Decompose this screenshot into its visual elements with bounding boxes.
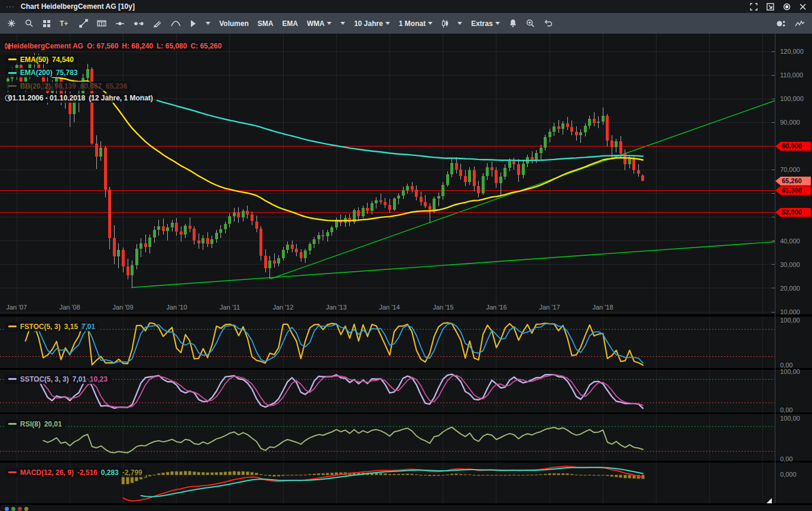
- extras-dropdown-icon[interactable]: [495, 22, 500, 25]
- fstoc-value-1: 3,15: [64, 323, 77, 331]
- pane-separator[interactable]: [0, 412, 812, 414]
- wma-dropdown-icon[interactable]: [327, 22, 332, 25]
- sstoc-swatch: [8, 378, 17, 380]
- chart-type-button[interactable]: [441, 19, 449, 28]
- record-icon[interactable]: [783, 3, 791, 11]
- window-title: Chart HeidelbergCement AG [10y]: [21, 2, 135, 11]
- macd-value-3: -2,799: [122, 468, 142, 477]
- indicator-list-icon[interactable]: [795, 20, 805, 27]
- pointer-tool-icon[interactable]: [190, 19, 197, 28]
- volumen-button[interactable]: Volumen: [219, 19, 249, 28]
- ema50-legend-name[interactable]: EMA(50): [20, 56, 48, 64]
- pane-separator[interactable]: [0, 461, 812, 463]
- y-axis-label: 70,000: [780, 166, 811, 173]
- sstoc-value-2: 10,23: [90, 375, 108, 383]
- page-dot[interactable]: [24, 507, 28, 511]
- chart-window: ··· Chart HeidelbergCement AG [10y]: [0, 0, 812, 511]
- ema200-legend-swatch: [8, 72, 17, 74]
- objects-icon[interactable]: [776, 19, 786, 28]
- ema50-legend-swatch: [8, 58, 17, 60]
- indicator-axis-label: 100,00: [780, 415, 811, 422]
- interval-select[interactable]: 1 Monat: [399, 19, 433, 28]
- y-axis-label: 40,000: [780, 237, 811, 245]
- trendlines[interactable]: [131, 100, 775, 287]
- macd-signal-line: [141, 467, 643, 496]
- timeframe-dropdown-icon[interactable]: [385, 22, 390, 25]
- sstoc-panel[interactable]: [0, 370, 775, 412]
- settings-icon[interactable]: [7, 19, 16, 28]
- ema200-legend-name[interactable]: EMA(200): [20, 69, 53, 77]
- bb-legend-name[interactable]: BB(20, 2): [20, 82, 51, 90]
- ema-button[interactable]: EMA: [282, 19, 298, 28]
- search-icon[interactable]: [25, 19, 34, 28]
- rsi-line: [43, 427, 643, 453]
- page-dots: [5, 507, 28, 511]
- bb-legend-swatch: [8, 85, 17, 87]
- macd-name[interactable]: MACD(12, 26, 9): [20, 468, 74, 477]
- timeframe-select[interactable]: 10 Jahre: [354, 19, 390, 28]
- fstoc-value-2: 7,01: [82, 323, 95, 331]
- extras-button[interactable]: Extras: [471, 19, 500, 28]
- pane-separator[interactable]: [0, 314, 812, 317]
- undo-icon[interactable]: [544, 19, 553, 27]
- fstoc-name[interactable]: FSTOC(5, 3): [20, 323, 60, 331]
- window-titlebar: ··· Chart HeidelbergCement AG [10y]: [0, 0, 812, 13]
- indicator-dropdown-icon[interactable]: [340, 22, 345, 25]
- horizontal-line-tool-icon[interactable]: [115, 21, 125, 27]
- extras-label: Extras: [471, 19, 493, 28]
- page-dot[interactable]: [11, 507, 15, 511]
- timeframe-label: 10 Jahre: [354, 19, 383, 28]
- window-menu-icon[interactable]: ···: [6, 2, 15, 11]
- measure-tool-icon[interactable]: [134, 21, 144, 27]
- interval-dropdown-icon[interactable]: [428, 22, 433, 25]
- instrument-name[interactable]: HeidelbergCement AG: [8, 42, 83, 50]
- macd-value-1: -2,516: [77, 468, 98, 477]
- sstoc-k-line: [34, 375, 643, 409]
- indicator-axis-label: 100,00: [780, 317, 811, 324]
- price-level-tag[interactable]: 80,000: [775, 142, 811, 151]
- pane-separator[interactable]: [0, 368, 812, 370]
- sstoc-name[interactable]: SSTOC(5, 3, 3): [20, 375, 69, 383]
- bb-legend-values: 96,139 80,687 65,236: [54, 82, 127, 90]
- chart-toolbar: T+ Volumen SMA EMA WMA: [0, 13, 812, 34]
- pop-in-icon[interactable]: [766, 3, 774, 11]
- chart-type-dropdown-icon[interactable]: [457, 22, 462, 25]
- fibonacci-tool-icon[interactable]: [97, 19, 106, 28]
- text-tool-icon[interactable]: T+: [60, 19, 70, 28]
- price-level-tag[interactable]: 52,000: [775, 208, 811, 217]
- close-icon[interactable]: [800, 4, 806, 10]
- price-level-tag[interactable]: 61,300: [775, 186, 811, 195]
- rsi-panel[interactable]: [0, 414, 775, 461]
- last-price-tag: 65,260: [775, 177, 811, 185]
- price-axis[interactable]: [775, 34, 775, 503]
- layout-grid-icon[interactable]: [43, 19, 51, 28]
- indicator-axis-label: 0,000: [780, 471, 811, 478]
- page-dot[interactable]: [5, 507, 9, 511]
- brush-tool-icon[interactable]: [153, 19, 162, 28]
- fullscreen-icon[interactable]: [750, 3, 758, 11]
- y-axis-label: 90,000: [780, 119, 811, 126]
- fstoc-swatch: [8, 326, 17, 327]
- candlestick-legend-icon: [5, 42, 11, 50]
- y-axis-label: 110,000: [780, 71, 811, 79]
- fstoc-panel[interactable]: [0, 317, 775, 368]
- svg-text:T+: T+: [60, 19, 68, 28]
- wma-label: WMA: [307, 19, 324, 28]
- trendline-tool-icon[interactable]: [79, 19, 88, 28]
- resize-handle[interactable]: [766, 498, 772, 503]
- chart-area[interactable]: HeidelbergCement AG O: 67,560 H: 68,240 …: [0, 34, 812, 511]
- page-dot[interactable]: [18, 507, 22, 511]
- clock-icon: [5, 95, 12, 102]
- sstoc-legend: SSTOC(5, 3, 3) 7,01 10,23: [5, 372, 111, 384]
- wma-button[interactable]: WMA: [307, 19, 332, 28]
- price-levels[interactable]: [0, 146, 775, 212]
- alert-bell-icon[interactable]: [509, 19, 517, 28]
- macd-legend: MACD(12, 26, 9) -2,516 0,283 -2,799: [5, 465, 146, 477]
- zoom-in-icon[interactable]: [526, 19, 535, 28]
- rsi-name[interactable]: RSI(8): [20, 420, 41, 428]
- sma-button[interactable]: SMA: [258, 19, 274, 28]
- pane-separator[interactable]: [0, 503, 812, 505]
- macd-value-2: 0,283: [101, 468, 119, 477]
- tools-dropdown-icon[interactable]: [206, 22, 210, 25]
- arc-tool-icon[interactable]: [171, 20, 181, 27]
